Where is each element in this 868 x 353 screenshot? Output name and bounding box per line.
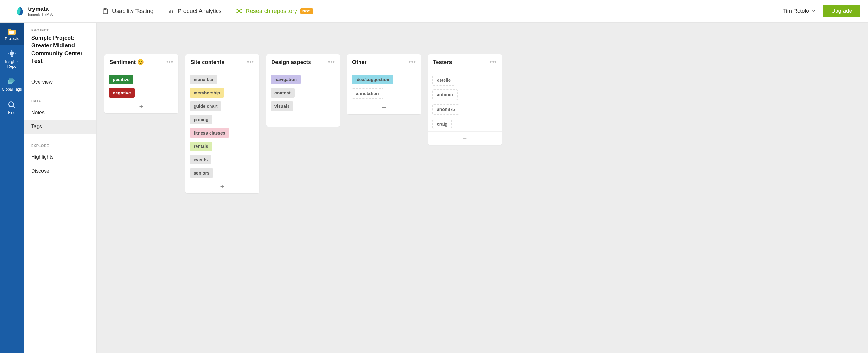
tag-chip[interactable]: fitness classes (190, 128, 229, 138)
column-menu-icon[interactable]: ••• (328, 59, 335, 66)
add-tag-button[interactable]: + (428, 131, 502, 145)
tags-board-canvas: Sentiment 😊•••positivenegative+Site cont… (97, 23, 868, 353)
rail-label: Find (7, 110, 17, 115)
new-badge: New! (300, 8, 313, 14)
project-heading: PROJECT Sample Project: Greater Midland … (24, 23, 96, 67)
nav-usability-testing[interactable]: Usability Testing (102, 8, 153, 14)
project-title: Sample Project: Greater Midland Communit… (31, 34, 89, 65)
clipboard-icon (102, 8, 109, 14)
user-menu[interactable]: Tim Rotolo (783, 8, 815, 14)
brand-subtitle: formerly TryMyUI (28, 12, 55, 16)
user-name: Tim Rotolo (783, 8, 809, 14)
tag-chip[interactable]: pricing (190, 115, 212, 125)
plus-icon: + (463, 134, 467, 142)
lightbulb-icon (7, 50, 17, 58)
top-nav: Usability Testing Product Analytics Re (102, 8, 313, 14)
tag-chip[interactable]: antonio (432, 90, 458, 100)
tag-chip[interactable]: content (271, 88, 294, 98)
brand[interactable]: trymata formerly TryMyUI (0, 6, 95, 16)
tag-column: Site contents•••menu barmembershipguide … (185, 55, 259, 193)
tag-chip[interactable]: anon875 (432, 104, 460, 115)
tag-chip[interactable]: annotation (351, 88, 383, 99)
project-eyebrow: PROJECT (31, 28, 89, 32)
tag-chip[interactable]: menu bar (190, 75, 217, 84)
data-eyebrow: DATA (31, 99, 41, 103)
svg-point-20 (9, 102, 13, 107)
column-menu-icon[interactable]: ••• (490, 59, 497, 66)
app-body: Projects Insights Repo Glob (0, 23, 868, 353)
add-tag-button[interactable]: + (347, 101, 421, 114)
tag-chip[interactable]: navigation (271, 75, 301, 84)
nav-label: Usability Testing (112, 8, 153, 14)
column-title: Design aspects (271, 59, 311, 66)
add-tag-button[interactable]: + (185, 180, 259, 193)
add-tag-button[interactable]: + (266, 113, 340, 127)
search-icon (7, 101, 17, 109)
nav-label: Research repository (246, 8, 297, 14)
network-icon (236, 8, 243, 14)
plus-icon: + (382, 104, 386, 112)
panel-link-overview[interactable]: Overview (24, 75, 96, 89)
add-tag-button[interactable]: + (104, 100, 178, 113)
column-body: idea/suggestionannotation (347, 70, 421, 101)
tag-chip[interactable]: estelle (432, 75, 455, 85)
group-explore: EXPLORE (24, 134, 96, 150)
svg-rect-2 (169, 11, 170, 13)
tag-chip[interactable]: craig (432, 119, 452, 130)
svg-rect-3 (170, 9, 171, 13)
svg-rect-1 (104, 8, 106, 9)
column-body: estelleantonioanon875craig (428, 70, 502, 131)
column-menu-icon[interactable]: ••• (247, 59, 254, 66)
tag-chip[interactable]: positive (109, 75, 133, 84)
tag-chip[interactable]: seniors (190, 168, 213, 178)
nav-research-repository[interactable]: Research repository New! (236, 8, 313, 14)
svg-rect-4 (172, 10, 173, 13)
column-header: Design aspects••• (266, 55, 340, 70)
tag-chip[interactable]: idea/suggestion (351, 75, 393, 84)
chevron-down-icon (812, 8, 815, 14)
panel-link-tags[interactable]: Tags (24, 119, 96, 134)
rail-label: Global Tags (0, 87, 23, 92)
rail-insights-repo[interactable]: Insights Repo (0, 45, 24, 73)
plus-icon: + (220, 182, 224, 190)
column-header: Site contents••• (185, 55, 259, 70)
column-title: Other (352, 59, 367, 66)
tag-chip[interactable]: events (190, 155, 211, 165)
column-header: Sentiment 😊••• (104, 55, 178, 70)
svg-point-15 (10, 51, 14, 56)
project-panel: PROJECT Sample Project: Greater Midland … (24, 23, 97, 353)
rail-find[interactable]: Find (0, 96, 24, 119)
tag-column: Other•••idea/suggestionannotation+ (347, 55, 421, 114)
column-body: positivenegative (104, 70, 178, 100)
upgrade-button[interactable]: Upgrade (823, 5, 860, 17)
rail-projects[interactable]: Projects (0, 23, 24, 45)
group-data: DATA (24, 89, 96, 106)
tag-chip[interactable]: guide chart (190, 101, 221, 111)
tag-chip[interactable]: membership (190, 88, 224, 98)
tag-chip[interactable]: visuals (271, 101, 293, 111)
rail-global-tags[interactable]: Global Tags (0, 73, 24, 96)
tag-column: Sentiment 😊•••positivenegative+ (104, 55, 178, 113)
tag-chip[interactable]: negative (109, 88, 135, 98)
panel-link-notes[interactable]: Notes (24, 106, 96, 119)
rail-label: Projects (3, 37, 20, 41)
logo-icon (15, 6, 25, 16)
column-menu-icon[interactable]: ••• (166, 59, 173, 66)
svg-rect-16 (11, 56, 13, 57)
header-right: Tim Rotolo Upgrade (783, 5, 860, 17)
column-menu-icon[interactable]: ••• (409, 59, 416, 66)
brand-name: trymata (28, 6, 55, 12)
column-header: Testers••• (428, 55, 502, 70)
panel-link-highlights[interactable]: Highlights (24, 150, 96, 164)
nav-product-analytics[interactable]: Product Analytics (167, 8, 222, 14)
svg-line-21 (13, 106, 15, 108)
tag-chip[interactable]: rentals (190, 142, 212, 151)
tag-column: Design aspects•••navigationcontentvisual… (266, 55, 340, 127)
tags-icon (7, 78, 17, 86)
column-title: Sentiment 😊 (110, 59, 144, 66)
bar-chart-icon (167, 8, 175, 14)
svg-rect-14 (9, 31, 14, 34)
panel-link-discover[interactable]: Discover (24, 164, 96, 178)
plus-icon: + (301, 116, 305, 124)
folder-icon (7, 27, 17, 35)
